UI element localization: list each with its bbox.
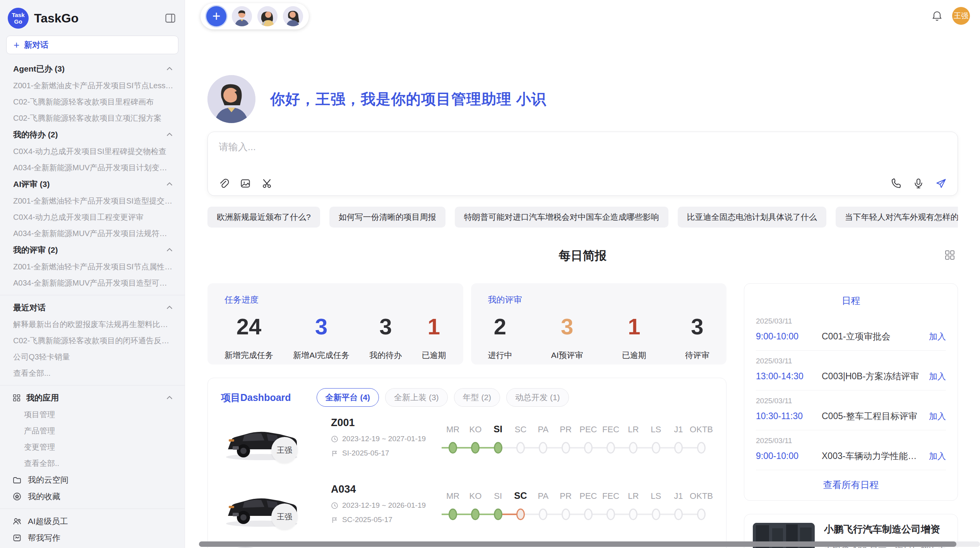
stat-value: 1 (428, 314, 440, 339)
dashboard-tab[interactable]: 全新上装 (3) (385, 388, 448, 407)
milestone-dot[interactable] (629, 442, 637, 454)
sidebar-app-item[interactable]: 查看全部.. (0, 455, 185, 471)
user-avatar[interactable]: 王强 (952, 7, 970, 25)
milestone-dot[interactable] (652, 509, 660, 520)
sidebar-link-badge[interactable]: 我的收藏 (0, 488, 185, 505)
sidebar-item[interactable]: A034-全新新能源MUV产品开发项目法规符合性评审 (0, 225, 185, 241)
milestone-dot[interactable] (539, 509, 547, 520)
suggestion-chip[interactable]: 当下年轻人对汽车外观有怎样的喜好趋势 (836, 207, 958, 228)
milestone-dot[interactable] (539, 442, 547, 454)
view-all-schedule-link[interactable]: 查看所有日程 (756, 479, 946, 491)
divider (0, 385, 185, 385)
milestone-dot[interactable] (652, 442, 660, 454)
microphone-icon[interactable] (913, 178, 924, 189)
sidebar-item[interactable]: 公司Q3轻卡销量 (0, 349, 185, 365)
milestone-dot[interactable] (471, 509, 480, 520)
suggestion-chip[interactable]: 如何写一份清晰的项目周报 (329, 207, 445, 228)
milestone-FEC: FEC (600, 488, 622, 523)
schedule-event: 2025/03/1113:00-14:30C003|H0B-方案冻结评审加入 (756, 351, 946, 390)
milestone-dot[interactable] (584, 509, 593, 520)
agent-avatar-3[interactable] (283, 6, 303, 26)
sidebar-item[interactable]: Z001-全新燃油轻卡产品开发项目SI造型提交物评审 (0, 193, 185, 209)
sidebar-link-write[interactable]: 帮我写作 (0, 529, 185, 546)
milestone-dot[interactable] (629, 509, 637, 520)
schedule-event: 2025/03/119:00-10:00X003-车辆动力学性能验...加入 (756, 430, 946, 470)
milestone-dot[interactable] (516, 442, 525, 454)
event-join-link[interactable]: 加入 (929, 371, 946, 382)
add-agent-button[interactable]: + (206, 6, 226, 26)
sidebar-app-item[interactable]: 产品管理 (0, 423, 185, 439)
sidebar-link-people[interactable]: AI超级员工 (0, 513, 185, 529)
sidebar-link-pen[interactable]: 创意制图 (0, 546, 185, 548)
sidebar-item[interactable]: C0X4-动力总成开发项目SI里程碑提交物检查 (0, 143, 185, 159)
sidebar-item[interactable]: A034-全新新能源MUV产品开发项目计划变更类编写 (0, 159, 185, 176)
milestone-dot[interactable] (471, 442, 480, 454)
sidebar-item[interactable]: A034-全新新能源MUV产品开发项目造型可行性评审 (0, 275, 185, 291)
milestone-dot[interactable] (449, 509, 457, 520)
stat-value: 2 (494, 314, 506, 339)
agent-avatar-1[interactable] (232, 6, 252, 26)
suggestion-chip[interactable]: 比亚迪全固态电池计划具体说了什么 (678, 207, 826, 228)
event-time: 13:00-14:30 (756, 371, 822, 382)
section-title: 我的待办 (2) (13, 129, 58, 140)
suggestion-chip[interactable]: 欧洲新规最近颁布了什么? (207, 207, 320, 228)
milestone-label: PA (538, 421, 548, 435)
horizontal-scrollbar-thumb[interactable] (199, 541, 956, 547)
dashboard-tab[interactable]: 动总开发 (1) (506, 388, 569, 407)
sidebar-item[interactable]: C02-飞腾新能源轻客改款项目的闭环通告反馈情况 (0, 332, 185, 349)
sidebar-item[interactable]: C02-飞腾新能源轻客改款项目立项汇报方案 (0, 110, 185, 126)
horizontal-scrollbar-track[interactable] (199, 541, 980, 547)
milestone-dot-row (464, 506, 487, 523)
event-join-link[interactable]: 加入 (929, 450, 946, 462)
stat-label: 已逾期 (622, 350, 646, 361)
event-join-link[interactable]: 加入 (929, 331, 946, 342)
dashboard-tab[interactable]: 年型 (2) (454, 388, 500, 407)
agent-avatar-2[interactable] (257, 6, 278, 26)
section-title: Agent已办 (3) (13, 63, 65, 74)
image-upload-icon[interactable] (240, 178, 251, 189)
new-chat-button[interactable]: + 新对话 (6, 36, 178, 54)
dashboard-tab[interactable]: 全新平台 (4) (317, 388, 379, 407)
sidebar-item[interactable]: Z001-全新燃油轻卡产品开发项目SI节点属性5D文件评审 (0, 259, 185, 275)
milestone-dot[interactable] (674, 442, 683, 454)
event-join-link[interactable]: 加入 (929, 411, 946, 422)
milestone-dot[interactable] (607, 509, 615, 520)
milestone-dot[interactable] (562, 509, 570, 520)
sidebar-section-my-apps[interactable]: 我的应用 (0, 389, 185, 406)
sidebar-link-folder[interactable]: 我的云空间 (0, 471, 185, 488)
layout-grid-icon[interactable] (944, 249, 956, 261)
milestone-LR: LR (622, 421, 644, 456)
milestone-dot[interactable] (516, 509, 525, 520)
sidebar-section-header-agent-done[interactable]: Agent已办 (3) (0, 60, 185, 77)
sidebar-collapse-icon[interactable] (164, 12, 176, 24)
milestone-dot[interactable] (674, 509, 683, 520)
notifications-bell-icon[interactable] (931, 10, 943, 22)
screenshot-scissors-icon[interactable] (261, 178, 273, 189)
sidebar-section-header-my-todo[interactable]: 我的待办 (2) (0, 126, 185, 143)
milestone-dot[interactable] (562, 442, 570, 454)
project-code: A034 (331, 483, 432, 495)
milestone-dot[interactable] (697, 442, 706, 454)
suggestion-chip[interactable]: 特朗普可能对进口汽车增税会对中国车企造成哪些影响 (455, 207, 668, 228)
sidebar-app-item[interactable]: 变更管理 (0, 439, 185, 455)
sidebar-section-header-my-review[interactable]: 我的评审 (2) (0, 241, 185, 259)
sidebar-item[interactable]: C0X4-动力总成开发项目工程变更评审 (0, 209, 185, 225)
sidebar-item[interactable]: Z001-全新燃油皮卡产品开发项目SI节点Lesson Learn报告 (0, 77, 185, 94)
voice-call-icon[interactable] (890, 178, 902, 189)
milestone-dot[interactable] (584, 442, 593, 454)
milestone-dot[interactable] (449, 442, 457, 454)
chat-input[interactable] (218, 140, 841, 167)
sidebar-app-item[interactable]: 项目管理 (0, 406, 185, 423)
sidebar-item[interactable]: 解释最新出台的欧盟报废车法规再生塑料比例被调至15%... (0, 316, 185, 332)
milestone-dot[interactable] (494, 509, 502, 520)
sidebar-section-header-recent-chats[interactable]: 最近对话 (0, 299, 185, 316)
sidebar-item[interactable]: 查看全部... (0, 365, 185, 381)
milestone-dot[interactable] (607, 442, 615, 454)
milestone-LS: LS (645, 488, 667, 523)
send-icon[interactable] (935, 178, 947, 189)
attach-file-icon[interactable] (218, 178, 230, 189)
milestone-dot[interactable] (494, 442, 502, 454)
milestone-dot[interactable] (697, 509, 706, 520)
sidebar-section-header-ai-review[interactable]: AI评审 (3) (0, 176, 185, 193)
sidebar-item[interactable]: C02-飞腾新能源轻客改款项目里程碑画布 (0, 94, 185, 110)
